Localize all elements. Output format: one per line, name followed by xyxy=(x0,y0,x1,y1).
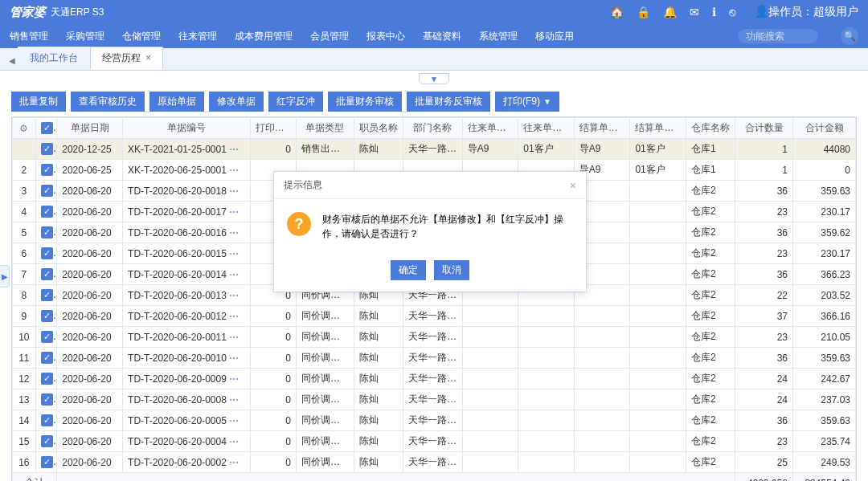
dialog-cancel-button[interactable]: 取消 xyxy=(434,260,469,280)
detail-icon[interactable]: ⋯ xyxy=(229,290,238,301)
row-checkbox[interactable]: ✓ xyxy=(41,435,53,447)
table-row[interactable]: 10✓2020-06-20TD-T-2020-06-20-0011 ⋯0同价调拨… xyxy=(13,327,856,348)
detail-icon[interactable]: ⋯ xyxy=(229,457,238,468)
detail-icon[interactable]: ⋯ xyxy=(229,269,238,280)
col-print[interactable]: 打印次数 xyxy=(250,118,296,139)
detail-icon[interactable]: ⋯ xyxy=(229,415,238,426)
table-row[interactable]: ✓2020-12-25XK-T-2021-01-25-0001 ⋯0销售出库单陈… xyxy=(13,139,856,160)
info-icon[interactable]: ℹ xyxy=(712,6,716,18)
detail-icon[interactable]: ⋯ xyxy=(229,332,238,343)
menu-sales[interactable]: 销售管理 xyxy=(10,30,48,43)
row-checkbox[interactable]: ✓ xyxy=(41,352,53,364)
function-search[interactable] xyxy=(738,29,818,43)
table-row[interactable]: 12✓2020-06-20TD-T-2020-06-20-0009 ⋯0同价调拨… xyxy=(13,369,856,389)
bell-icon[interactable]: 🔔 xyxy=(663,6,677,18)
tab-history[interactable]: 经营历程× xyxy=(90,47,163,70)
row-checkbox[interactable]: ✓ xyxy=(41,289,53,301)
detail-icon[interactable]: ⋯ xyxy=(229,311,238,322)
menu-purchase[interactable]: 采购管理 xyxy=(66,30,104,43)
home-icon[interactable]: 🏠 xyxy=(610,6,624,18)
menu-mobile[interactable]: 移动应用 xyxy=(535,30,574,43)
sum-row: 合计 4989.952 234554.49 xyxy=(13,473,856,482)
row-checkbox[interactable]: ✓ xyxy=(41,414,53,426)
col-wh[interactable]: 仓库名称 xyxy=(686,118,735,139)
red-reverse-button[interactable]: 红字反冲 xyxy=(268,92,323,112)
cell-amt: 0 xyxy=(793,160,856,181)
row-checkbox[interactable]: ✓ xyxy=(41,164,53,176)
col-settle-name[interactable]: 结算单位名称 xyxy=(630,118,686,139)
detail-icon[interactable]: ⋯ xyxy=(229,248,238,259)
detail-icon[interactable]: ⋯ xyxy=(229,436,238,447)
detail-icon[interactable]: ⋯ xyxy=(229,373,238,385)
print-button[interactable]: 打印(F9)▼ xyxy=(495,92,559,112)
menu-cost[interactable]: 成本费用管理 xyxy=(235,30,293,43)
menu-system[interactable]: 系统管理 xyxy=(479,30,518,43)
col-settle-code[interactable]: 结算单位编号 xyxy=(574,118,630,139)
cell-prt: 0 xyxy=(250,139,296,160)
col-partner-code[interactable]: 往来单位编号 xyxy=(462,118,518,139)
col-amt[interactable]: 合计金额 xyxy=(793,118,856,139)
row-checkbox[interactable]: ✓ xyxy=(41,393,53,406)
table-row[interactable]: 16✓2020-06-20TD-T-2020-06-20-0002 ⋯0同价调拨… xyxy=(13,452,856,473)
menu-base[interactable]: 基础资料 xyxy=(423,30,461,43)
cell-code: XK-T-2020-06-25-0001 ⋯ xyxy=(123,160,251,181)
detail-icon[interactable]: ⋯ xyxy=(229,185,238,197)
original-doc-button[interactable]: 原始单据 xyxy=(149,92,204,112)
detail-icon[interactable]: ⋯ xyxy=(229,394,238,406)
detail-icon[interactable]: ⋯ xyxy=(229,353,238,364)
gear-icon[interactable]: ⚙ xyxy=(19,123,28,134)
menu-member[interactable]: 会员管理 xyxy=(310,30,349,43)
lock-icon[interactable]: 🔒 xyxy=(637,6,650,18)
col-dept[interactable]: 部门名称 xyxy=(403,118,463,139)
row-checkbox[interactable]: ✓ xyxy=(41,143,53,155)
detail-icon[interactable]: ⋯ xyxy=(229,227,238,238)
detail-icon[interactable]: ⋯ xyxy=(229,165,238,176)
tab-close-icon[interactable]: × xyxy=(145,52,151,63)
col-code[interactable]: 单据编号 xyxy=(123,118,251,139)
select-all-checkbox[interactable]: ✓ xyxy=(41,122,53,134)
edit-doc-button[interactable]: 修改单据 xyxy=(209,92,264,112)
function-search-input[interactable] xyxy=(746,31,810,42)
dialog-ok-button[interactable]: 确定 xyxy=(391,260,426,280)
message-icon[interactable]: ✉ xyxy=(690,6,699,18)
row-checkbox[interactable]: ✓ xyxy=(41,206,53,218)
row-checkbox[interactable]: ✓ xyxy=(41,268,53,280)
menu-ar[interactable]: 往来管理 xyxy=(178,30,217,43)
cell-wh: 仓库2 xyxy=(686,452,735,473)
row-checkbox[interactable]: ✓ xyxy=(41,247,53,259)
detail-icon[interactable]: ⋯ xyxy=(229,206,238,218)
row-checkbox[interactable]: ✓ xyxy=(41,226,53,238)
batch-unaudit-button[interactable]: 批量财务反审核 xyxy=(407,92,490,112)
tab-workbench[interactable]: 我的工作台 xyxy=(18,47,90,70)
dialog-close-icon[interactable]: × xyxy=(570,179,576,192)
col-type[interactable]: 单据类型 xyxy=(297,118,354,139)
collapse-toggle[interactable]: ▼ xyxy=(419,73,449,84)
detail-icon[interactable]: ⋯ xyxy=(229,144,238,155)
table-row[interactable]: 13✓2020-06-20TD-T-2020-06-20-0008 ⋯0同价调拨… xyxy=(13,389,856,410)
table-row[interactable]: 9✓2020-06-20TD-T-2020-06-20-0012 ⋯0同价调拨单… xyxy=(13,306,856,327)
table-row[interactable]: 14✓2020-06-20TD-T-2020-06-20-0005 ⋯0同价调拨… xyxy=(13,410,856,431)
cell-pc: 导A9 xyxy=(462,139,518,160)
col-partner-name[interactable]: 往来单位名称 xyxy=(518,118,575,139)
search-icon[interactable]: 🔍 xyxy=(841,27,858,45)
table-row[interactable]: 11✓2020-06-20TD-T-2020-06-20-0010 ⋯0同价调拨… xyxy=(13,348,856,369)
operator-label[interactable]: 👤操作员：超级用户 xyxy=(755,5,858,19)
row-checkbox[interactable]: ✓ xyxy=(41,331,53,343)
row-checkbox[interactable]: ✓ xyxy=(41,310,53,322)
logout-icon[interactable]: ⎋ xyxy=(729,6,735,18)
batch-copy-button[interactable]: 批量复制 xyxy=(11,92,66,112)
batch-audit-button[interactable]: 批量财务审核 xyxy=(328,92,402,112)
row-checkbox[interactable]: ✓ xyxy=(41,456,53,468)
col-emp[interactable]: 职员名称 xyxy=(354,118,403,139)
row-checkbox[interactable]: ✓ xyxy=(41,373,53,385)
row-checkbox[interactable]: ✓ xyxy=(41,185,53,197)
view-audit-history-button[interactable]: 查看审核历史 xyxy=(71,92,145,112)
col-date[interactable]: 单据日期 xyxy=(57,118,123,139)
side-expand-handle[interactable]: ▶ xyxy=(0,265,10,287)
menu-warehouse[interactable]: 仓储管理 xyxy=(122,30,161,43)
tab-prev-icon[interactable]: ◀ xyxy=(6,56,18,70)
table-row[interactable]: 15✓2020-06-20TD-T-2020-06-20-0004 ⋯0同价调拨… xyxy=(13,431,856,452)
row-index: 16 xyxy=(13,452,36,473)
menu-report[interactable]: 报表中心 xyxy=(366,30,405,43)
col-qty[interactable]: 合计数量 xyxy=(735,118,793,139)
